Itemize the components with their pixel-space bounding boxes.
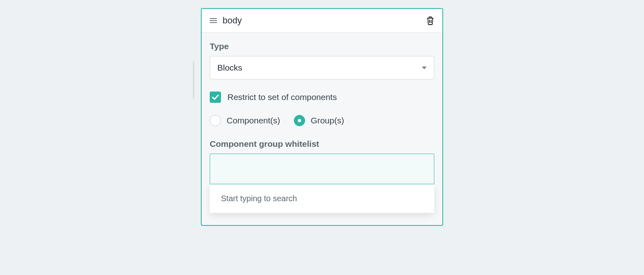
radio-components-input[interactable] bbox=[210, 115, 221, 126]
type-select[interactable]: Blocks bbox=[210, 56, 434, 79]
delete-button[interactable] bbox=[426, 16, 434, 25]
whitelist-dropdown-placeholder: Start typing to search bbox=[221, 194, 297, 203]
type-select-value: Blocks bbox=[217, 63, 242, 73]
restrict-checkbox-row[interactable]: Restrict to set of components bbox=[210, 92, 434, 103]
whitelist-dropdown[interactable]: Start typing to search bbox=[210, 184, 434, 213]
panel-header: body bbox=[202, 9, 442, 33]
drag-handle-icon[interactable] bbox=[210, 18, 217, 23]
whitelist-input[interactable] bbox=[210, 154, 434, 184]
restrict-mode-radio-group: Component(s) Group(s) bbox=[210, 115, 434, 126]
radio-groups-input[interactable] bbox=[294, 115, 305, 126]
chevron-down-icon bbox=[422, 67, 427, 69]
drag-indicator[interactable] bbox=[193, 61, 194, 98]
panel-body: Type Blocks Restrict to set of component… bbox=[202, 33, 442, 225]
field-title: body bbox=[223, 15, 421, 26]
type-label: Type bbox=[210, 42, 434, 51]
radio-components[interactable]: Component(s) bbox=[210, 115, 280, 126]
whitelist-label: Component group whitelist bbox=[210, 139, 434, 149]
restrict-checkbox-label: Restrict to set of components bbox=[227, 92, 337, 102]
restrict-checkbox[interactable] bbox=[210, 92, 221, 103]
radio-groups-label: Group(s) bbox=[311, 116, 344, 125]
radio-components-label: Component(s) bbox=[227, 116, 280, 125]
field-config-panel: body Type Blocks Restric bbox=[201, 8, 443, 226]
radio-groups[interactable]: Group(s) bbox=[294, 115, 344, 126]
